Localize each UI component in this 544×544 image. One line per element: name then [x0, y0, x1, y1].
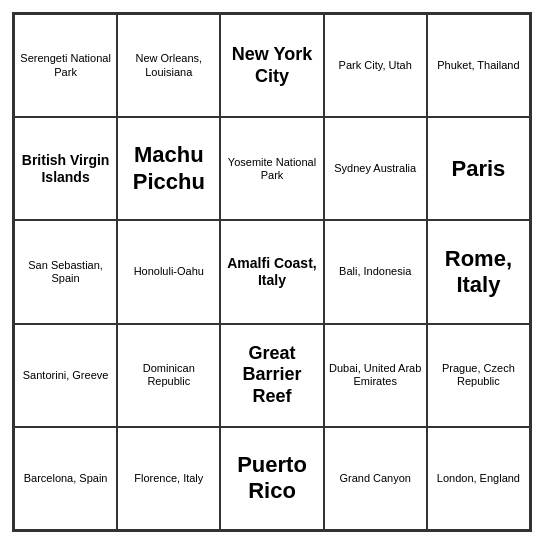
bingo-cell-7: Yosemite National Park	[220, 117, 323, 220]
bingo-cell-16: Dominican Republic	[117, 324, 220, 427]
cell-text-8: Sydney Australia	[329, 162, 422, 175]
cell-text-20: Barcelona, Spain	[19, 472, 112, 485]
cell-text-12: Amalfi Coast, Italy	[225, 255, 318, 289]
cell-text-11: Honoluli-Oahu	[122, 265, 215, 278]
cell-text-0: Serengeti National Park	[19, 52, 112, 78]
cell-text-6: Machu Picchu	[122, 142, 215, 195]
cell-text-22: Puerto Rico	[225, 452, 318, 505]
bingo-cell-6: Machu Picchu	[117, 117, 220, 220]
cell-text-3: Park City, Utah	[329, 59, 422, 72]
cell-text-17: Great Barrier Reef	[225, 343, 318, 408]
cell-text-24: London, England	[432, 472, 525, 485]
cell-text-4: Phuket, Thailand	[432, 59, 525, 72]
bingo-board: Serengeti National ParkNew Orleans, Loui…	[12, 12, 532, 532]
cell-text-5: British Virgin Islands	[19, 152, 112, 186]
bingo-cell-10: San Sebastian, Spain	[14, 220, 117, 323]
cell-text-21: Florence, Italy	[122, 472, 215, 485]
bingo-cell-1: New Orleans, Louisiana	[117, 14, 220, 117]
bingo-cell-15: Santorini, Greeve	[14, 324, 117, 427]
bingo-cell-13: Bali, Indonesia	[324, 220, 427, 323]
bingo-cell-17: Great Barrier Reef	[220, 324, 323, 427]
cell-text-14: Rome, Italy	[432, 246, 525, 299]
cell-text-9: Paris	[432, 156, 525, 182]
cell-text-10: San Sebastian, Spain	[19, 259, 112, 285]
cell-text-16: Dominican Republic	[122, 362, 215, 388]
bingo-cell-14: Rome, Italy	[427, 220, 530, 323]
bingo-cell-4: Phuket, Thailand	[427, 14, 530, 117]
bingo-cell-11: Honoluli-Oahu	[117, 220, 220, 323]
bingo-cell-5: British Virgin Islands	[14, 117, 117, 220]
bingo-cell-0: Serengeti National Park	[14, 14, 117, 117]
bingo-cell-23: Grand Canyon	[324, 427, 427, 530]
bingo-cell-24: London, England	[427, 427, 530, 530]
cell-text-23: Grand Canyon	[329, 472, 422, 485]
cell-text-2: New York City	[225, 44, 318, 87]
cell-text-18: Dubai, United Arab Emirates	[329, 362, 422, 388]
bingo-cell-3: Park City, Utah	[324, 14, 427, 117]
bingo-cell-20: Barcelona, Spain	[14, 427, 117, 530]
cell-text-19: Prague, Czech Republic	[432, 362, 525, 388]
cell-text-7: Yosemite National Park	[225, 156, 318, 182]
bingo-cell-2: New York City	[220, 14, 323, 117]
bingo-cell-8: Sydney Australia	[324, 117, 427, 220]
cell-text-13: Bali, Indonesia	[329, 265, 422, 278]
bingo-cell-19: Prague, Czech Republic	[427, 324, 530, 427]
cell-text-15: Santorini, Greeve	[19, 369, 112, 382]
bingo-cell-18: Dubai, United Arab Emirates	[324, 324, 427, 427]
bingo-cell-22: Puerto Rico	[220, 427, 323, 530]
cell-text-1: New Orleans, Louisiana	[122, 52, 215, 78]
bingo-cell-12: Amalfi Coast, Italy	[220, 220, 323, 323]
bingo-cell-9: Paris	[427, 117, 530, 220]
bingo-cell-21: Florence, Italy	[117, 427, 220, 530]
